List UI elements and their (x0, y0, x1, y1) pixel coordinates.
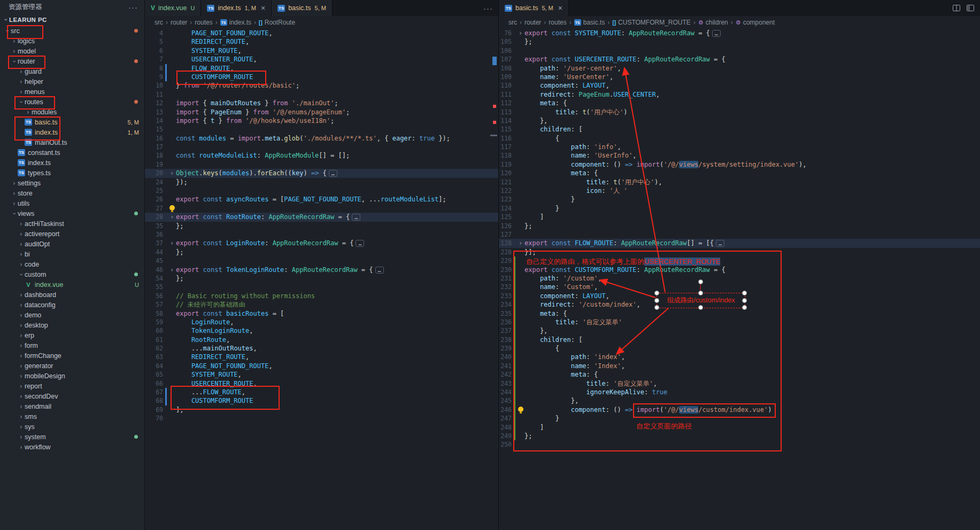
code-line[interactable]: 121 title: t('用户中心'), (499, 178, 980, 186)
code-line[interactable]: 14import { t } from '/@/hooks/web/useI18… (145, 116, 498, 125)
code-line[interactable]: 128›export const FLOW_ROUTE: AppRouteRec… (499, 239, 980, 247)
breadcrumb-item-children[interactable]: ⚙children (698, 19, 728, 26)
breadcrumb-item-router[interactable]: router (171, 19, 187, 26)
breadcrumb-item-routes[interactable]: routes (195, 19, 212, 26)
code-line[interactable]: 6 SYSTEM_ROUTE, (145, 46, 498, 55)
code-line[interactable]: 59 LoginRoute, (145, 318, 498, 326)
code-line[interactable]: 7 USERCENTER_ROUTE, (145, 55, 498, 64)
code-line[interactable]: 16const modules = import.meta.glob('./mo… (145, 134, 498, 143)
code-line[interactable]: 229 (499, 256, 980, 265)
code-line[interactable]: 25 (145, 186, 498, 195)
code-line[interactable]: 13import { PageEnum } from '/@/enums/pag… (145, 108, 498, 116)
code-line[interactable]: 109 name: 'UserCenter', (499, 73, 980, 81)
code-line[interactable]: 58export const basicRoutes = [ (145, 309, 498, 318)
code-line[interactable]: 27 (145, 204, 498, 213)
tree-item-store[interactable]: ›store (0, 188, 144, 198)
breadcrumb-item-src[interactable]: src (508, 19, 517, 26)
code-line[interactable]: 55 (145, 283, 498, 291)
code-line[interactable]: 60 TokenLoginRoute, (145, 326, 498, 335)
folded-region-ellipsis[interactable]: … (716, 240, 724, 247)
breadcrumb-item-CUSTOMFORM_ROUTE[interactable]: []CUSTOMFORM_ROUTE (612, 19, 690, 26)
code-line[interactable]: 122 icon: '人 ' (499, 186, 980, 195)
code-line[interactable]: 68 CUSTOMFORM_ROUTE (145, 396, 498, 405)
code-line[interactable]: 235 meta: { (499, 309, 980, 318)
code-line[interactable]: 65 SYSTEM_ROUTE, (145, 370, 498, 379)
code-line[interactable]: 18const routeModuleList: AppRouteModule[… (145, 151, 498, 160)
code-line[interactable]: 248 ] (499, 423, 980, 432)
code-line[interactable]: 107export const USERCENTER_ROUTE: AppRou… (499, 55, 980, 64)
fold-chevron-icon[interactable]: › (516, 239, 524, 247)
code-line[interactable]: 228}]; (499, 248, 980, 256)
code-line[interactable]: 242 meta: { (499, 370, 980, 379)
folded-region-ellipsis[interactable]: … (712, 30, 721, 37)
code-line[interactable]: 120 meta: { (499, 169, 980, 177)
code-line[interactable]: 66 USERCENTER_ROUTE, (145, 379, 498, 388)
tree-item-code[interactable]: ›code (0, 259, 144, 269)
tree-item-helper[interactable]: ›helper (0, 76, 144, 87)
code-line[interactable]: 105}; (499, 37, 980, 46)
code-line[interactable]: 112 meta: { (499, 99, 980, 107)
code-line[interactable]: 61 RootRoute, (145, 336, 498, 344)
tree-item-src[interactable]: ›src (0, 26, 144, 36)
code-line[interactable]: 70 (145, 414, 498, 423)
code-line[interactable]: 127 (499, 230, 980, 239)
code-line[interactable]: 233 component: LAYOUT, (499, 292, 980, 300)
code-line[interactable]: 241 name: 'Index', (499, 362, 980, 370)
code-line[interactable]: 57// 未经许可的基础路由 (145, 300, 498, 309)
tree-item-system[interactable]: ›system (0, 432, 144, 442)
tree-item-model[interactable]: ›model (0, 46, 144, 56)
tree-item-dataconfig[interactable]: ›dataconfig (0, 300, 144, 310)
tree-item-bi[interactable]: ›bi (0, 249, 144, 259)
breadcrumb-item-src[interactable]: src (155, 19, 163, 26)
folded-region-ellipsis[interactable]: … (356, 240, 364, 247)
tree-item-dashboard[interactable]: ›dashboard (0, 290, 144, 300)
tree-item-index.ts[interactable]: TSindex.ts1, M (0, 127, 144, 137)
split-editor-icon[interactable] (952, 4, 961, 12)
folded-region-ellipsis[interactable]: … (375, 267, 384, 274)
code-line[interactable]: 24}); (145, 178, 498, 186)
code-line[interactable]: 230export const CUSTOMFORM_ROUTE: AppRou… (499, 266, 980, 274)
tree-item-activereport[interactable]: ›activereport (0, 229, 144, 239)
code-line[interactable]: 231 path: '/custom', (499, 274, 980, 283)
tree-item-custom[interactable]: ›custom (0, 269, 144, 279)
tree-item-erp[interactable]: ›erp (0, 330, 144, 340)
code-line[interactable]: 63 REDIRECT_ROUTE, (145, 353, 498, 361)
tree-item-modules[interactable]: ›modules (0, 107, 144, 117)
code-line[interactable]: 237 }, (499, 326, 980, 335)
workspace-header[interactable]: › LEARUN PC (0, 14, 144, 26)
tree-item-types.ts[interactable]: TStypes.ts (0, 168, 144, 178)
code-line[interactable]: 126}; (499, 222, 980, 230)
close-icon[interactable]: × (261, 4, 265, 12)
code-line[interactable]: 11 (145, 90, 498, 99)
tree-item-sms[interactable]: ›sms (0, 411, 144, 422)
tree-item-mobileDesign[interactable]: ›mobileDesign (0, 371, 144, 381)
breadcrumb-item-RootRoute[interactable]: []RootRoute (259, 19, 295, 26)
close-icon[interactable]: × (558, 4, 562, 12)
code-line[interactable]: 46›export const TokenLoginRoute: AppRout… (145, 266, 498, 274)
code-line[interactable]: 36 (145, 230, 498, 239)
tree-item-sys[interactable]: ›sys (0, 422, 144, 432)
breadcrumb-item-routes[interactable]: routes (549, 19, 566, 26)
breadcrumb-item-component[interactable]: ⚙component (736, 19, 775, 26)
code-line[interactable]: 20›Object.keys(modules).forEach((key) =>… (145, 169, 498, 177)
tree-item-mainOut.ts[interactable]: TSmainOut.ts (0, 137, 144, 147)
code-line[interactable]: 8 FLOW_ROUTE, (145, 64, 498, 73)
code-line[interactable]: 114 }, (499, 116, 980, 125)
tree-item-workflow[interactable]: ›workflow (0, 442, 144, 452)
code-line[interactable]: 244 ignoreKeepAlive: true (499, 388, 980, 396)
code-line[interactable]: 113 title: t('用户中心') (499, 108, 980, 116)
code-line[interactable]: 236 title: '自定义菜单' (499, 318, 980, 326)
tree-item-utils[interactable]: ›utils (0, 198, 144, 208)
fold-chevron-icon[interactable]: › (168, 266, 176, 274)
tree-item-guard[interactable]: ›guard (0, 66, 144, 76)
code-line[interactable]: 76›export const SYSTEM_ROUTE: AppRouteRe… (499, 29, 980, 37)
tree-item-formChange[interactable]: ›formChange (0, 350, 144, 361)
tree-item-routes[interactable]: ›routes (0, 97, 144, 107)
tree-item-basic.ts[interactable]: TSbasic.ts5, M (0, 117, 144, 127)
tree-item-secondDev[interactable]: ›secondDev (0, 391, 144, 401)
code-line[interactable]: 67 ...FLOW_ROUTE, (145, 388, 498, 396)
tree-item-actHiTaskinst[interactable]: ›actHiTaskinst (0, 219, 144, 229)
tree-item-menus[interactable]: ›menus (0, 87, 144, 97)
code-line[interactable]: 246 component: () => import('/@/views/cu… (499, 406, 980, 414)
code-line[interactable]: 123 } (499, 195, 980, 204)
